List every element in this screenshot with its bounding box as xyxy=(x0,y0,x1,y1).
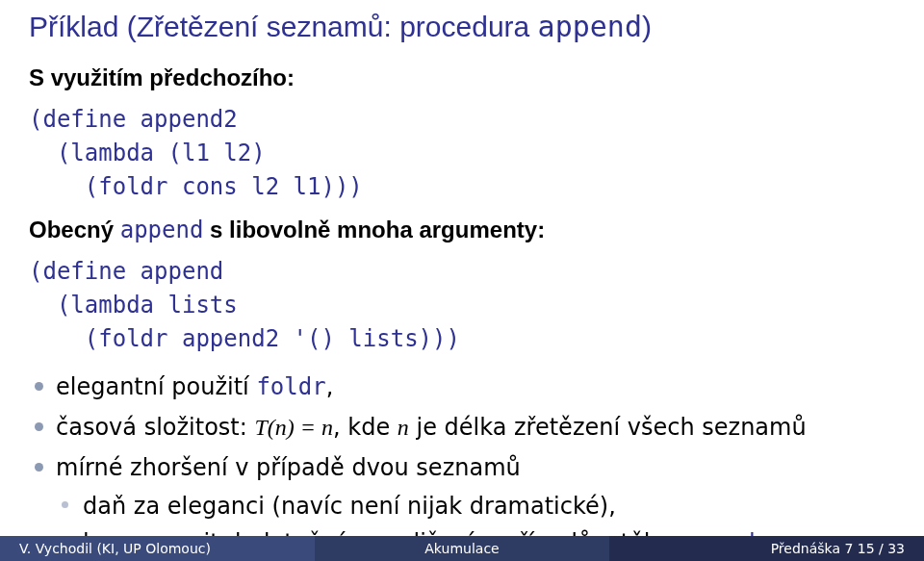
code-line: (foldr cons l2 l1))) xyxy=(29,173,363,200)
code-line: (define append xyxy=(29,258,223,285)
title-text: Příklad (Zřetězení seznamů: procedura xyxy=(29,11,538,42)
subhead-2-code: append xyxy=(120,217,204,243)
code-line: (foldr append2 '() lists))) xyxy=(29,325,460,352)
code-line: (define append2 xyxy=(29,106,238,133)
bullet-text: elegantní použití xyxy=(56,373,256,400)
subhead-2-prefix: Obecný xyxy=(29,217,120,242)
bullet-text: daň za eleganci (navíc není nijak dramat… xyxy=(83,493,616,520)
footer-page: Přednáška 7 15 / 33 xyxy=(609,536,924,561)
subhead-1: S využitím předchozího: xyxy=(29,64,895,91)
bullet-item: časová složitost: T(n) = n, kde n je dél… xyxy=(29,410,895,445)
subhead-2-suffix: s libovolně mnoha argumenty: xyxy=(203,217,545,242)
bullet-text: , xyxy=(326,373,334,400)
math-expr: T(n) = n xyxy=(254,415,333,440)
bullet-text: , kde xyxy=(333,414,398,441)
code-block-1: (define append2 (lambda (l1 l2) (foldr c… xyxy=(29,103,895,203)
code-line: (lambda lists xyxy=(29,292,238,319)
footer-title: Akumulace xyxy=(315,536,610,561)
footer-author: V. Vychodil (KI, UP Olomouc) xyxy=(0,536,315,561)
bullet-text: je délka zřetězení všech seznamů xyxy=(409,414,807,441)
subhead-2: Obecný append s libovolně mnoha argument… xyxy=(29,217,895,243)
bullet-item: elegantní použití foldr, xyxy=(29,370,895,404)
bullet-list: elegantní použití foldr, časová složitos… xyxy=(29,370,895,560)
slide-title: Příklad (Zřetězení seznamů: procedura ap… xyxy=(29,10,895,43)
bullet-code: foldr xyxy=(256,373,325,400)
bullet-text: mírné zhoršení v případě dvou seznamů xyxy=(56,454,521,481)
slide-content: Příklad (Zřetězení seznamů: procedura ap… xyxy=(0,0,924,560)
code-line: (lambda (l1 l2) xyxy=(29,140,266,166)
title-code: append xyxy=(538,10,642,43)
title-suffix: ) xyxy=(642,11,652,42)
sub-bullet-item: daň za eleganci (navíc není nijak dramat… xyxy=(56,489,895,523)
math-var: n xyxy=(398,415,409,440)
footer: V. Vychodil (KI, UP Olomouc) Akumulace P… xyxy=(0,536,924,561)
code-block-2: (define append (lambda lists (foldr appe… xyxy=(29,255,895,355)
bullet-text: časová složitost: xyxy=(56,414,254,441)
